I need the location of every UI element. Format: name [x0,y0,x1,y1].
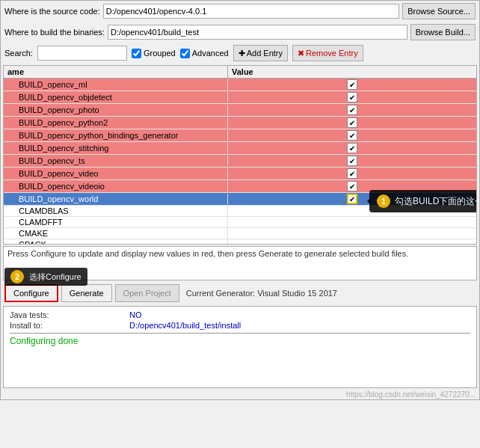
remove-entry-label: Remove Entry [306,49,358,58]
checkbox-icon: ✔ [347,143,357,153]
add-entry-label: Add Entry [247,49,283,58]
output-divider [10,333,470,334]
entry-value: ✔ [228,155,476,167]
open-project-button[interactable]: Open Project [115,284,179,302]
configure-tooltip-num: 2 [10,270,24,283]
checkbox-icon: ✔ [347,156,357,166]
checkbox-icon: ✔ [347,79,357,90]
advanced-checkbox-group: Advanced [180,49,229,58]
entry-value [228,233,476,234]
search-input[interactable] [37,46,127,61]
output-section: Java tests: NO Install to: D:/opencv401/… [3,306,477,388]
checkbox-icon: ✔ [347,168,357,179]
entry-name: BUILD_opencv_video [4,168,228,179]
source-label: Where is the source code: [4,7,100,16]
entry-name: BUILD_opencv_videoio [4,181,228,191]
output-row-java: Java tests: NO [10,310,470,320]
entry-name: CLAMDBLAS [4,206,228,216]
hint-text: Press Configure to update and display ne… [7,249,408,258]
table-row[interactable]: BUILD_opencv_ml ✔ [4,79,476,91]
checkbox-icon: ✔ [347,92,357,102]
grouped-label: Grouped [144,49,176,58]
table-row[interactable]: CPACK [4,239,476,245]
output-val-java: NO [129,310,470,319]
watermark: https://blog.csdn.net/weixin_4272270... [1,390,479,399]
table-row[interactable]: BUILD_opencv_objdetect ✔ [4,91,476,104]
search-label: Search: [4,49,33,58]
checkbox-icon: ✔ [347,105,357,115]
entry-value [228,244,476,245]
configure-tooltip: 2 选择Configure [4,268,87,286]
source-path-input[interactable] [103,4,399,19]
table-row[interactable]: BUILD_opencv_video ✔ [4,168,476,180]
remove-icon: ✖ [298,49,304,58]
output-key-install: Install to: [10,321,129,330]
binaries-label: Where to build the binaries: [4,28,105,37]
entry-name: CLAMDFFT [4,217,228,227]
entry-value: ✔ [228,168,476,179]
entry-value-world: ✔ 1 勾选BUILD下面的这个选项 [228,193,476,205]
remove-entry-button[interactable]: ✖ Remove Entry [292,45,363,61]
entry-value: ✔ [228,91,476,103]
table-row[interactable]: BUILD_opencv_photo ✔ [4,104,476,117]
configure-btn-container: 2 选择Configure Configure [4,284,58,302]
entry-name: BUILD_opencv_python_bindings_generator [4,130,228,141]
browse-build-button[interactable]: Browse Build... [410,24,476,40]
generator-label: Current Generator: Visual Studio 15 2017 [186,289,337,298]
entry-value: ✔ [228,129,476,141]
table-row[interactable]: BUILD_opencv_python2 ✔ [4,117,476,129]
col-name-header: ame [4,66,228,78]
entry-name: BUILD_opencv_python2 [4,117,228,128]
tooltip-container: ✔ 1 勾选BUILD下面的这个选项 [347,194,357,204]
col-value-header: Value [228,66,476,78]
world-checkbox-icon: ✔ [347,194,357,204]
entry-value: ✔ [228,142,476,154]
configure-button[interactable]: Configure [4,284,58,302]
grouped-checkbox[interactable] [132,49,141,58]
entry-name-world: BUILD_opencv_world [4,194,228,204]
output-done-text: Configuring done [10,336,470,346]
binaries-path-input[interactable] [108,25,407,40]
source-row: Where is the source code: Browse Source.… [1,1,479,22]
entry-name: BUILD_opencv_ts [4,156,228,166]
entry-name: BUILD_opencv_stitching [4,143,228,153]
advanced-label: Advanced [192,49,229,58]
tooltip-number: 1 [377,194,390,208]
table-row[interactable]: CLAMDFFT [4,217,476,228]
table-row[interactable]: BUILD_opencv_stitching ✔ [4,142,476,155]
main-window: Where is the source code: Browse Source.… [0,0,480,400]
tooltip-bubble: 1 勾选BUILD下面的这个选项 [369,190,477,212]
entry-name: CMAKE [4,228,228,239]
advanced-checkbox[interactable] [180,49,190,58]
table-row[interactable]: BUILD_opencv_ts ✔ [4,155,476,168]
table-row[interactable]: BUILD_opencv_python_bindings_generator ✔ [4,129,476,142]
grouped-checkbox-group: Grouped [132,49,176,58]
entry-name: CPACK [4,239,228,245]
entry-value [228,221,476,223]
entry-value: ✔ [228,117,476,129]
binaries-row: Where to build the binaries: Browse Buil… [1,22,479,43]
checkbox-icon: ✔ [347,181,357,191]
output-row-install: Install to: D:/opencv401/build_test/inst… [10,320,470,331]
output-key-java: Java tests: [10,310,129,319]
entry-name: BUILD_opencv_photo [4,105,228,115]
add-entry-button[interactable]: ✚ Add Entry [233,45,288,61]
table-header: ame Value [4,66,476,79]
search-row: Search: Grouped Advanced ✚ Add Entry ✖ R… [1,43,479,64]
entry-value: ✔ [228,104,476,116]
output-val-install: D:/opencv401/build_test/install [129,321,470,330]
add-icon: ✚ [239,49,245,58]
tooltip-text: 勾选BUILD下面的这个选项 [395,195,477,208]
entry-name: BUILD_opencv_objdetect [4,92,228,102]
browse-source-button[interactable]: Browse Source... [402,3,476,19]
entries-table: ame Value BUILD_opencv_ml ✔ BUILD_opencv… [3,65,477,245]
checkbox-icon: ✔ [347,130,357,141]
generate-button[interactable]: Generate [61,284,112,302]
entry-value: ✔ [228,79,476,90]
table-row-world[interactable]: BUILD_opencv_world ✔ 1 勾选BUILD下面的这个选项 [4,193,476,206]
table-row[interactable]: CMAKE [4,228,476,239]
entry-name: BUILD_opencv_ml [4,79,228,90]
checkbox-icon: ✔ [347,117,357,128]
action-buttons-row: 2 选择Configure Configure Generate Open Pr… [1,282,479,304]
configure-tooltip-text: 选择Configure [29,271,81,283]
